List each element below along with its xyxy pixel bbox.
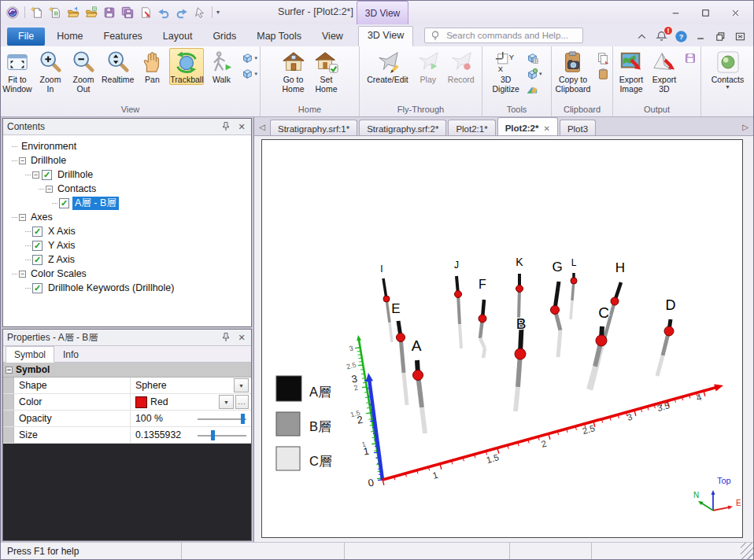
slider[interactable] [198, 430, 246, 440]
close-icon[interactable]: ✕ [236, 121, 247, 132]
doc-restore-button[interactable] [713, 29, 727, 43]
tab-features[interactable]: Features [95, 28, 151, 46]
drillhole-k[interactable]: K [516, 256, 523, 319]
pin-icon[interactable] [220, 121, 231, 132]
record-button[interactable]: Record [445, 48, 477, 85]
dropdown-button[interactable]: ▼ [234, 378, 249, 392]
tree-item-x-axis[interactable]: X Axis [6, 224, 251, 238]
tree-expand-box[interactable]: − [46, 186, 53, 193]
trackball-button[interactable]: Trackball [169, 48, 204, 85]
window-minimize-button[interactable] [660, 1, 690, 24]
doc-min-button[interactable] [693, 29, 708, 43]
property-value[interactable]: Red▼... [131, 395, 251, 409]
drillhole-g[interactable]: G [551, 260, 563, 357]
qat-more-button[interactable]: ▾ [216, 9, 220, 16]
walk-button[interactable]: Walk [205, 48, 237, 85]
slider-handle[interactable] [241, 414, 245, 424]
tree-expand-box[interactable]: − [32, 171, 39, 179]
drillhole-l[interactable]: L [571, 257, 577, 319]
dropdown-button[interactable]: ▼ [219, 395, 234, 409]
tree-item-contacts[interactable]: −Contacts [6, 182, 251, 196]
tab-map-tools[interactable]: Map Tools [248, 28, 310, 46]
tree-checkbox[interactable] [59, 198, 69, 208]
doc-tab-close-icon[interactable]: ✕ [543, 124, 549, 133]
tree-checkbox[interactable] [42, 170, 52, 180]
tree-expand-box[interactable]: − [19, 271, 26, 278]
tree-checkbox[interactable] [32, 255, 43, 265]
tree-item-a-b[interactable]: A層 - B層 [6, 196, 251, 210]
help-button[interactable]: ? [674, 29, 688, 43]
drillhole-d[interactable]: D [657, 297, 676, 376]
doc-tab-plot2-1[interactable]: Plot2:1* [448, 120, 495, 135]
tree-item-environment[interactable]: Environment [6, 139, 251, 153]
create-edit-button[interactable]: Create/Edit [364, 48, 411, 85]
qat-save-all-button[interactable] [120, 4, 135, 20]
tab-grids[interactable]: Grids [204, 28, 245, 46]
tree-checkbox[interactable] [32, 283, 43, 293]
window-maximize-button[interactable] [690, 1, 720, 24]
drillhole-a[interactable]: A [412, 337, 425, 433]
3d-scene[interactable]: 11.522.53012311.522.533.54IJLKHFGEDABCA層… [262, 140, 742, 537]
property-value[interactable]: 0.1355932 [131, 429, 251, 440]
qat-app-logo-button[interactable] [5, 4, 20, 20]
tree-item-axes[interactable]: −Axes [6, 210, 251, 224]
doc-tab-stratigraphy-srf-1[interactable]: Stratigraphy.srf:1* [270, 120, 357, 135]
export-3d-button[interactable]: Export3D [649, 48, 680, 94]
tree-checkbox[interactable] [32, 241, 43, 251]
doc-tab-plot3[interactable]: Plot3 [560, 120, 596, 135]
property-group-header[interactable]: −Symbol [3, 363, 251, 378]
pin-icon[interactable] [220, 332, 231, 343]
drillhole-i[interactable]: I [380, 263, 392, 342]
go-to-home-button[interactable]: Go toHome [278, 48, 309, 94]
qat-undo-button[interactable] [156, 4, 172, 20]
qat-redo-button[interactable] [174, 4, 190, 20]
drillhole-j[interactable]: J [454, 260, 462, 348]
resize-grip[interactable] [741, 543, 753, 559]
floppy-small-button[interactable] [683, 51, 697, 65]
paste-small-button[interactable] [596, 67, 610, 81]
doc-tabs-scroll-right[interactable]: ▷ [740, 120, 751, 133]
play-button[interactable]: Play [412, 48, 444, 85]
slider-handle[interactable] [211, 430, 215, 440]
view-cube-button[interactable]: ▾ [240, 67, 258, 81]
chevron-up-button[interactable] [634, 29, 649, 43]
contacts-button[interactable]: Contacts▼ [709, 48, 746, 90]
qat-open-button[interactable] [65, 4, 81, 20]
window-close-button[interactable] [720, 1, 750, 24]
3d-digitize-button[interactable]: YX3DDigitize [490, 48, 522, 94]
tab-file[interactable]: File [7, 28, 45, 46]
qat-new-doc-button[interactable] [29, 4, 45, 20]
tree-item-z-axis[interactable]: Z Axis [6, 252, 251, 267]
properties-tab-symbol[interactable]: Symbol [6, 346, 54, 363]
search-input[interactable] [445, 30, 578, 41]
export-image-button[interactable]: ExportImage [615, 48, 647, 94]
3d-view-canvas[interactable]: 11.522.53012311.522.533.54IJLKHFGEDABCA層… [261, 139, 743, 538]
tree-item-drillhole[interactable]: −Drillhole [6, 168, 251, 182]
pan-button[interactable]: Pan [136, 48, 168, 85]
zoom-out-button[interactable]: ZoomOut [68, 48, 99, 94]
doc-tabs-scroll-left[interactable]: ◁ [257, 120, 268, 133]
contextual-tab-header[interactable]: 3D View [357, 1, 408, 24]
tree-expand-box[interactable]: − [19, 157, 26, 164]
tab-home[interactable]: Home [48, 28, 91, 46]
more-options-button[interactable]: ... [235, 395, 249, 409]
drillhole-b[interactable]: B [515, 315, 526, 411]
tree-item-drillhole[interactable]: −Drillhole [6, 153, 251, 168]
qat-open-grid-button[interactable] [83, 4, 99, 20]
properties-tab-info[interactable]: Info [54, 346, 87, 363]
property-value[interactable]: Sphere▼ [131, 378, 251, 392]
cube-grid-button[interactable] [525, 51, 543, 65]
qat-new-grid-button[interactable] [47, 4, 63, 20]
fit-to-window-button[interactable]: Fit toWindow [2, 48, 33, 94]
qat-export-doc-button[interactable] [138, 4, 153, 20]
tree-item-drillhole-keywords-drillhole[interactable]: Drillhole Keywords (Drillhole) [6, 281, 251, 295]
drillhole-f[interactable]: F [479, 278, 486, 358]
set-home-button[interactable]: SetHome [311, 48, 342, 94]
drillhole-c[interactable]: C [589, 304, 609, 389]
tab-3d-view[interactable]: 3D View [358, 26, 413, 46]
tab-layout[interactable]: Layout [154, 28, 201, 46]
property-value[interactable]: 100 % [131, 413, 251, 424]
copy-to-clipboard-button[interactable]: Copy toClipboard [553, 48, 593, 94]
doc-close-button[interactable] [733, 29, 747, 43]
tree-checkbox[interactable] [32, 227, 43, 237]
